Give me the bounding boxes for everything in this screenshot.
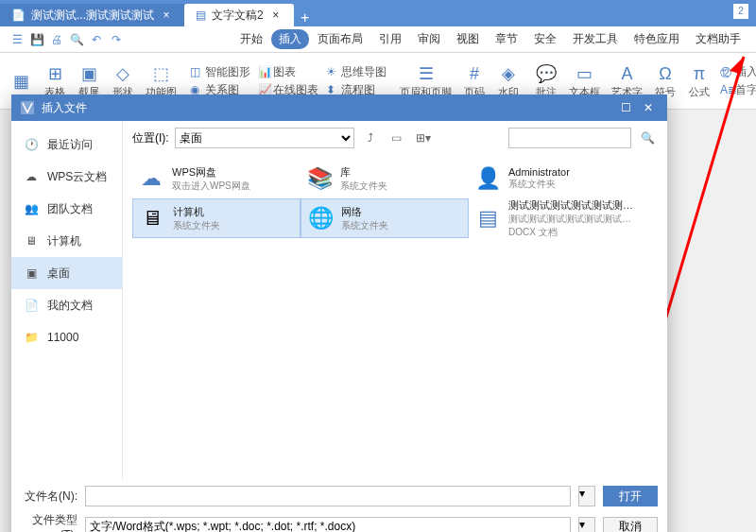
file-computer[interactable]: 🖥 计算机系统文件夹 <box>132 198 301 238</box>
location-label: 位置(I): <box>132 130 169 146</box>
sidebar-cloud[interactable]: ☁WPS云文档 <box>11 161 122 193</box>
menu-start[interactable]: 开始 <box>232 29 270 49</box>
maximize-button[interactable]: ☐ <box>614 101 637 114</box>
close-button[interactable]: ✕ <box>637 101 660 114</box>
up-button[interactable]: ⤴ <box>360 128 381 148</box>
tab-count-badge: 2 <box>733 4 748 19</box>
menu-view[interactable]: 视图 <box>449 29 487 49</box>
location-select[interactable]: 桌面 <box>175 128 354 148</box>
wps-logo-icon <box>19 99 36 116</box>
screenshot-icon: ▣ <box>77 62 100 85</box>
wps-doc-icon: ▤ <box>472 203 503 233</box>
dialog-sidebar: 🕐最近访问 ☁WPS云文档 👥团队文档 🖥计算机 ▣桌面 📄我的文档 📁1100… <box>11 121 123 480</box>
search-input[interactable] <box>508 128 631 148</box>
undo-icon[interactable]: ↶ <box>87 30 106 49</box>
wordart-icon: A <box>616 62 639 85</box>
menu-special[interactable]: 特色应用 <box>627 29 687 49</box>
wps-icon: ▤ <box>196 9 206 22</box>
cover-icon: ▦ <box>9 70 32 93</box>
menu-security[interactable]: 安全 <box>526 29 564 49</box>
file-administrator[interactable]: 👤 Administrator系统文件夹 <box>469 159 637 198</box>
table-icon: ⊞ <box>43 62 66 85</box>
sidebar-desktop[interactable]: ▣桌面 <box>11 257 122 289</box>
insert-file-dialog: 插入文件 ☐ ✕ 🕐最近访问 ☁WPS云文档 👥团队文档 🖥计算机 ▣桌面 📄我… <box>11 94 667 532</box>
dialog-footer: 文件名(N): ▾ 打开 文件类型(T): ▾ 取消 <box>11 480 667 532</box>
ribbon-formula[interactable]: π公式 <box>682 53 716 109</box>
ribbon-smartart[interactable]: ◫智能图形 <box>190 64 250 80</box>
filetype-dropdown[interactable]: ▾ <box>578 517 595 533</box>
file-library[interactable]: 📚 库系统文件夹 <box>301 159 469 198</box>
symbol-icon: Ω <box>654 62 677 85</box>
ribbon-chart[interactable]: 📊图表 <box>258 64 318 80</box>
save-icon[interactable]: 💾 <box>27 30 46 49</box>
tab-label: 文字文稿2 <box>212 8 264 24</box>
library-icon: 📚 <box>304 163 335 194</box>
tab-close-icon[interactable]: × <box>269 9 283 22</box>
filename-dropdown[interactable]: ▾ <box>578 486 595 506</box>
clock-icon: 🕐 <box>23 136 40 153</box>
sidebar-team[interactable]: 👥团队文档 <box>11 193 122 225</box>
filetype-input[interactable] <box>85 517 571 533</box>
desktop-icon: ▣ <box>23 265 40 282</box>
cloud-icon: ☁ <box>136 163 166 194</box>
menubar: ☰ 💾 🖨 🔍 ↶ ↷ 开始 插入 页面布局 引用 审阅 视图 章节 安全 开发… <box>0 26 756 53</box>
tab-close-icon[interactable]: × <box>160 9 173 22</box>
ribbon-mindmap[interactable]: ☀思维导图 <box>326 64 387 80</box>
print-icon[interactable]: 🖨 <box>47 30 66 49</box>
filename-label: 文件名(N): <box>21 489 77 505</box>
team-icon: 👥 <box>23 200 40 217</box>
computer-icon: 🖥 <box>137 203 167 233</box>
file-wpsdrive[interactable]: ☁ WPS网盘双击进入WPS网盘 <box>132 159 301 198</box>
folder-icon: 📁 <box>23 329 40 346</box>
redo-icon[interactable]: ↷ <box>107 30 126 49</box>
funcgraph-icon: ⬚ <box>150 62 173 85</box>
document-tabs: 📄 测试测试...测试测试测试 × ▤ 文字文稿2 × + 2 <box>0 0 756 26</box>
smartart-icon: ◫ <box>190 65 203 78</box>
location-bar: 位置(I): 桌面 ⤴ ▭ ⊞▾ 🔍 <box>123 121 667 155</box>
sidebar-mydocs[interactable]: 📄我的文档 <box>11 289 122 321</box>
comment-icon: 💬 <box>535 62 558 85</box>
droptext-icon: A≣ <box>720 83 733 96</box>
docs-icon: 📄 <box>23 297 40 314</box>
tab-inactive[interactable]: 📄 测试测试...测试测试测试 × <box>0 4 184 26</box>
menu-section[interactable]: 章节 <box>488 29 525 49</box>
dialog-titlebar: 插入文件 ☐ ✕ <box>11 94 667 121</box>
view-button[interactable]: ⊞▾ <box>413 128 434 148</box>
menu-review[interactable]: 审阅 <box>410 29 448 49</box>
sidebar-recent[interactable]: 🕐最近访问 <box>11 129 122 161</box>
filetype-label: 文件类型(T): <box>21 512 77 532</box>
chart-icon: 📊 <box>258 65 271 78</box>
formula-icon: π <box>688 62 711 85</box>
watermark-icon: ◈ <box>497 62 520 85</box>
dialog-title: 插入文件 <box>42 100 87 116</box>
search-icon[interactable]: 🔍 <box>637 128 658 148</box>
file-network[interactable]: 🌐 网络系统文件夹 <box>301 198 469 238</box>
menu-insert[interactable]: 插入 <box>271 29 309 49</box>
menu-dochelper[interactable]: 文档助手 <box>688 29 748 49</box>
sidebar-computer[interactable]: 🖥计算机 <box>11 225 122 257</box>
app-menu-icon[interactable]: ☰ <box>8 30 26 49</box>
insertnum-icon: ⑫ <box>720 65 733 78</box>
file-docx[interactable]: ▤ 测试测试测试测试测试测试测试测试测试测试测试测试测试测试...DOCX 文档 <box>469 198 637 238</box>
tab-label: 测试测试...测试测试测试 <box>31 8 154 24</box>
textbox-icon: ▭ <box>574 62 596 85</box>
cloud-icon: ☁ <box>23 168 40 185</box>
ribbon-droptext[interactable]: A≣首字下沉 <box>720 82 756 98</box>
filename-input[interactable] <box>85 486 571 506</box>
cancel-button[interactable]: 取消 <box>603 517 658 533</box>
shapes-icon: ◇ <box>112 62 134 85</box>
headerfooter-icon: ☰ <box>415 62 438 85</box>
back-button[interactable]: ▭ <box>387 128 407 148</box>
sidebar-folder-11000[interactable]: 📁11000 <box>11 321 122 353</box>
new-tab-button[interactable]: + <box>294 9 317 26</box>
file-grid: ☁ WPS网盘双击进入WPS网盘 📚 库系统文件夹 👤 Administrato… <box>123 155 667 480</box>
tab-active[interactable]: ▤ 文字文稿2 × <box>184 4 294 26</box>
user-icon: 👤 <box>472 163 503 194</box>
preview-icon[interactable]: 🔍 <box>67 30 86 49</box>
menu-reference[interactable]: 引用 <box>371 29 409 49</box>
menu-pagelayout[interactable]: 页面布局 <box>310 29 370 49</box>
open-button[interactable]: 打开 <box>603 486 658 506</box>
menu-devtools[interactable]: 开发工具 <box>565 29 626 49</box>
wps-icon: 📄 <box>11 9 26 22</box>
ribbon-insertnum[interactable]: ⑫插入数字 <box>720 64 756 80</box>
